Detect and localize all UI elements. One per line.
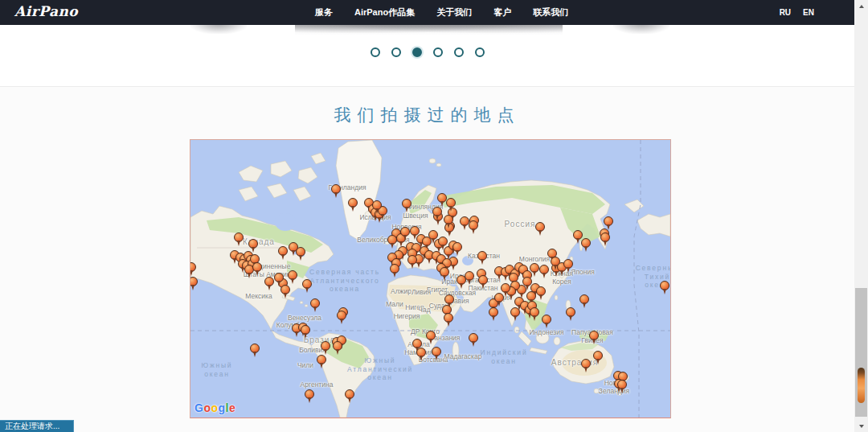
world-map[interactable]: КанадаСоединенные Штаты АмерикиМексикаВе… xyxy=(190,139,671,418)
carousel-dots xyxy=(0,47,854,57)
google-logo-letter: e xyxy=(229,401,235,414)
map-marker-pin[interactable] xyxy=(539,265,549,274)
map-marker-pin[interactable] xyxy=(400,227,410,237)
carousel-dot-2[interactable] xyxy=(412,47,422,57)
scrollbar[interactable] xyxy=(854,0,868,432)
map-marker-pin[interactable] xyxy=(478,275,488,285)
nav-menu: 服务AirPano作品集关于我们客户联系我们 xyxy=(315,0,568,25)
map-marker-pin[interactable] xyxy=(542,315,551,324)
map-marker-pin[interactable] xyxy=(274,273,284,282)
map-marker-pin[interactable] xyxy=(426,331,436,340)
carousel-dot-3[interactable] xyxy=(433,47,443,57)
map-marker-pin[interactable] xyxy=(438,237,448,246)
map-marker-pin[interactable] xyxy=(600,232,610,242)
map-marker-pin[interactable] xyxy=(372,200,382,210)
map-markers-layer xyxy=(190,140,670,418)
map-marker-pin[interactable] xyxy=(501,283,510,293)
airpano-logo[interactable]: AirPano xyxy=(14,3,78,19)
map-marker-pin[interactable] xyxy=(331,184,341,194)
map-marker-pin[interactable] xyxy=(494,293,504,302)
map-marker-pin[interactable] xyxy=(510,307,520,317)
map-marker-pin[interactable] xyxy=(432,207,442,216)
map-marker-pin[interactable] xyxy=(407,255,417,265)
map-marker-pin[interactable] xyxy=(190,277,198,286)
map-marker-pin[interactable] xyxy=(302,279,312,289)
map-marker-pin[interactable] xyxy=(589,331,599,340)
map-marker-pin[interactable] xyxy=(402,199,411,208)
map-marker-pin[interactable] xyxy=(296,247,305,257)
top-nav: AirPano 服务AirPano作品集关于我们客户联系我们 RUEN xyxy=(0,0,854,25)
lang-en[interactable]: EN xyxy=(803,8,814,17)
map-marker-pin[interactable] xyxy=(579,294,589,304)
map-marker-pin[interactable] xyxy=(264,277,274,286)
carousel-dot-1[interactable] xyxy=(391,47,401,57)
map-marker-pin[interactable] xyxy=(457,275,466,285)
map-marker-pin[interactable] xyxy=(190,262,196,272)
map-marker-pin[interactable] xyxy=(444,313,453,323)
carousel-dot-5[interactable] xyxy=(475,47,485,57)
nav-item-4[interactable]: 联系我们 xyxy=(533,6,568,19)
map-marker-pin[interactable] xyxy=(252,262,262,272)
lang-ru[interactable]: RU xyxy=(780,8,791,17)
scroll-up-button[interactable] xyxy=(854,0,868,12)
map-marker-pin[interactable] xyxy=(477,251,487,261)
map-marker-pin[interactable] xyxy=(573,230,583,240)
map-marker-pin[interactable] xyxy=(536,286,546,296)
google-logo[interactable]: Google xyxy=(194,401,235,414)
map-marker-pin[interactable] xyxy=(444,294,454,304)
map-marker-pin[interactable] xyxy=(416,348,426,357)
map-marker-pin[interactable] xyxy=(387,235,397,245)
nav-item-2[interactable]: 关于我们 xyxy=(436,6,472,19)
nav-item-0[interactable]: 服务 xyxy=(315,6,333,19)
map-marker-pin[interactable] xyxy=(317,355,326,364)
map-marker-pin[interactable] xyxy=(278,246,288,256)
carousel-card-shadow xyxy=(190,25,247,34)
map-marker-pin[interactable] xyxy=(563,259,573,269)
map-marker-pin[interactable] xyxy=(469,220,478,230)
map-marker-pin[interactable] xyxy=(489,307,498,317)
map-marker-pin[interactable] xyxy=(526,291,536,301)
map-marker-pin[interactable] xyxy=(452,242,462,252)
map-marker-pin[interactable] xyxy=(530,263,539,273)
scroll-down-button[interactable] xyxy=(854,420,868,432)
map-marker-pin[interactable] xyxy=(566,307,575,317)
map-marker-pin[interactable] xyxy=(310,298,320,308)
map-marker-pin[interactable] xyxy=(321,341,330,351)
map-marker-pin[interactable] xyxy=(301,325,310,335)
map-marker-pin[interactable] xyxy=(248,239,258,249)
map-marker-pin[interactable] xyxy=(581,238,591,248)
map-marker-pin[interactable] xyxy=(604,216,613,226)
map-marker-pin[interactable] xyxy=(345,389,354,399)
map-marker-pin[interactable] xyxy=(250,344,260,353)
map-marker-pin[interactable] xyxy=(530,307,539,317)
map-marker-pin[interactable] xyxy=(535,222,545,232)
map-marker-pin[interactable] xyxy=(444,215,453,224)
google-logo-letter: o xyxy=(211,401,218,414)
map-marker-pin[interactable] xyxy=(660,281,669,290)
scrollbar-orange-marker xyxy=(858,368,865,403)
nav-item-1[interactable]: AirPano作品集 xyxy=(354,6,415,19)
arrow-up-icon xyxy=(859,2,864,8)
map-marker-pin[interactable] xyxy=(581,359,591,368)
map-marker-pin[interactable] xyxy=(348,198,358,208)
map-marker-pin[interactable] xyxy=(280,285,290,294)
map-marker-pin[interactable] xyxy=(234,232,244,242)
nav-item-3[interactable]: 客户 xyxy=(493,6,511,19)
carousel-dot-4[interactable] xyxy=(454,47,464,57)
map-marker-pin[interactable] xyxy=(469,333,478,343)
map-marker-pin[interactable] xyxy=(617,380,627,389)
carousel-dot-0[interactable] xyxy=(371,47,380,57)
map-marker-pin[interactable] xyxy=(440,267,449,277)
map-marker-pin[interactable] xyxy=(288,270,297,280)
map-marker-pin[interactable] xyxy=(333,341,342,351)
map-marker-pin[interactable] xyxy=(432,347,441,356)
map-marker-pin[interactable] xyxy=(446,198,456,208)
map-marker-pin[interactable] xyxy=(593,351,603,360)
section-title: 我们拍摄过的地点 xyxy=(0,104,854,126)
map-marker-pin[interactable] xyxy=(305,389,314,399)
status-toast: 正在处理请求... xyxy=(0,420,74,432)
google-logo-letter: g xyxy=(219,401,226,414)
map-marker-pin[interactable] xyxy=(428,230,438,240)
map-marker-pin[interactable] xyxy=(337,311,346,320)
map-marker-pin[interactable] xyxy=(390,264,399,274)
